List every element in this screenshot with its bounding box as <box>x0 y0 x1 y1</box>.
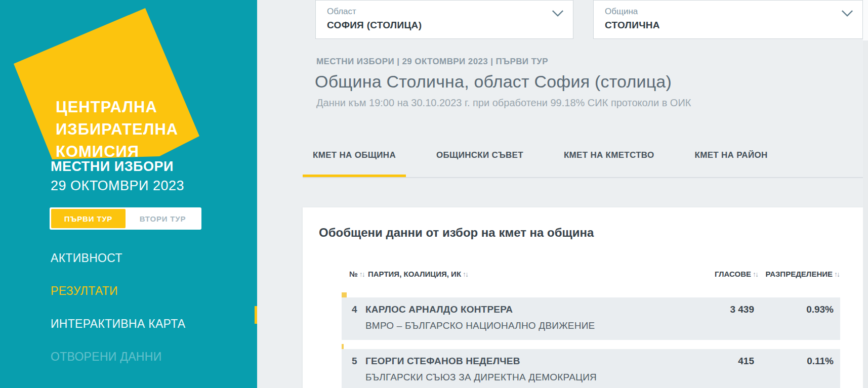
results-table-header: №↑↓ ПАРТИЯ, КОАЛИЦИЯ, ИК↑↓ ГЛАСОВЕ↑↓ РАЗ… <box>303 270 863 282</box>
share-value: 0.93% <box>806 304 834 315</box>
table-row: 4 КАРЛОС АРНАЛДО КОНТРЕРА ВМРО – БЪЛГАРС… <box>342 297 840 340</box>
column-header-share-label: РАЗПРЕДЕЛЕНИЕ <box>765 270 833 278</box>
sidebar-item-results[interactable]: РЕЗУЛТАТИ <box>51 285 185 297</box>
share-value: 0.11% <box>807 356 834 367</box>
tab-mayor-mayoralty[interactable]: КМЕТ НА КМЕТСТВО <box>554 136 665 177</box>
column-header-party[interactable]: ПАРТИЯ, КОАЛИЦИЯ, ИК↑↓ <box>368 270 468 278</box>
result-share-bar <box>342 292 347 297</box>
column-header-votes-label: ГЛАСОВЕ <box>715 270 751 278</box>
logo-text: ЦЕНТРАЛНА ИЗБИРАТЕЛНА КОМИСИЯ <box>56 96 178 163</box>
party-name: БЪЛГАРСКИ СЪЮЗ ЗА ДИРЕКТНА ДЕМОКРАЦИЯ <box>365 372 597 383</box>
page: ЦЕНТРАЛНА ИЗБИРАТЕЛНА КОМИСИЯ МЕСТНИ ИЗБ… <box>0 0 868 388</box>
status-text: Данни към 19:00 на 30.10.2023 г. при обр… <box>316 97 691 109</box>
round-first-button[interactable]: ПЪРВИ ТУР <box>51 209 126 228</box>
result-share-bar <box>342 344 344 349</box>
election-title: МЕСТНИ ИЗБОРИ <box>51 159 184 175</box>
round-toggle: ПЪРВИ ТУР ВТОРИ ТУР <box>50 207 201 230</box>
active-menu-indicator <box>255 306 257 324</box>
breadcrumb: МЕСТНИ ИЗБОРИ | 29 ОКТОМВРИ 2023 | ПЪРВИ… <box>316 57 548 67</box>
table-row: 5 ГЕОРГИ СТЕФАНОВ НЕДЕЛЧЕВ БЪЛГАРСКИ СЪЮ… <box>342 349 840 388</box>
page-title: Община Столична, област София (столица) <box>315 72 672 92</box>
candidate-name: КАРЛОС АРНАЛДО КОНТРЕРА <box>365 304 513 315</box>
logo-line: ЦЕНТРАЛНА <box>56 96 178 118</box>
column-header-number[interactable]: №↑↓ <box>349 270 364 278</box>
sidebar: ЦЕНТРАЛНА ИЗБИРАТЕЛНА КОМИСИЯ МЕСТНИ ИЗБ… <box>0 0 257 388</box>
candidate-name: ГЕОРГИ СТЕФАНОВ НЕДЕЛЧЕВ <box>365 356 520 367</box>
region-select-value: СОФИЯ (СТОЛИЦА) <box>327 20 573 31</box>
sort-icon: ↑↓ <box>359 270 364 278</box>
party-name: ВМРО – БЪЛГАРСКО НАЦИОНАЛНО ДВИЖЕНИЕ <box>365 320 595 331</box>
page-scrollbar <box>863 0 868 388</box>
sidebar-item-open-data[interactable]: ОТВОРЕНИ ДАННИ <box>51 351 185 363</box>
sidebar-item-activity[interactable]: АКТИВНОСТ <box>51 252 185 264</box>
municipality-select-label: Община <box>605 7 862 17</box>
tab-mayor-district[interactable]: КМЕТ НА РАЙОН <box>685 136 778 177</box>
tab-bar: КМЕТ НА ОБЩИНА ОБЩИНСКИ СЪВЕТ КМЕТ НА КМ… <box>303 136 863 178</box>
votes-value: 3 439 <box>730 304 754 315</box>
municipality-select-value: СТОЛИЧНА <box>605 20 862 31</box>
cik-logo[interactable]: ЦЕНТРАЛНА ИЗБИРАТЕЛНА КОМИСИЯ <box>10 4 210 174</box>
sidebar-menu: АКТИВНОСТ РЕЗУЛТАТИ ИНТЕРАКТИВНА КАРТА О… <box>51 252 185 383</box>
sort-icon: ↑↓ <box>834 270 839 278</box>
tab-mayor-municipality[interactable]: КМЕТ НА ОБЩИНА <box>303 136 406 177</box>
column-header-share[interactable]: РАЗПРЕДЕЛЕНИЕ↑↓ <box>765 270 839 278</box>
round-second-button[interactable]: ВТОРИ ТУР <box>126 209 200 228</box>
logo-line: ИЗБИРАТЕЛНА <box>56 118 178 141</box>
column-header-votes[interactable]: ГЛАСОВЕ↑↓ <box>715 270 758 278</box>
votes-value: 415 <box>738 356 754 367</box>
sort-icon: ↑↓ <box>753 270 758 278</box>
scrollbar-thumb[interactable] <box>863 0 868 40</box>
column-header-party-label: ПАРТИЯ, КОАЛИЦИЯ, ИК <box>368 270 461 278</box>
ballot-number: 4 <box>352 304 357 315</box>
results-card-title: Обобщени данни от избор на кмет на общин… <box>319 226 594 240</box>
ballot-number: 5 <box>352 356 357 367</box>
election-date: 29 ОКТОМВРИ 2023 <box>51 178 184 194</box>
election-heading: МЕСТНИ ИЗБОРИ 29 ОКТОМВРИ 2023 <box>51 159 184 194</box>
region-select[interactable]: Област СОФИЯ (СТОЛИЦА) <box>315 0 573 39</box>
municipality-select[interactable]: Община СТОЛИЧНА <box>593 0 863 39</box>
region-select-label: Област <box>327 7 573 17</box>
sidebar-item-interactive-map[interactable]: ИНТЕРАКТИВНА КАРТА <box>51 318 185 330</box>
sort-icon: ↑↓ <box>463 270 468 278</box>
tab-municipal-council[interactable]: ОБЩИНСКИ СЪВЕТ <box>426 136 533 177</box>
column-header-number-label: № <box>349 270 358 278</box>
